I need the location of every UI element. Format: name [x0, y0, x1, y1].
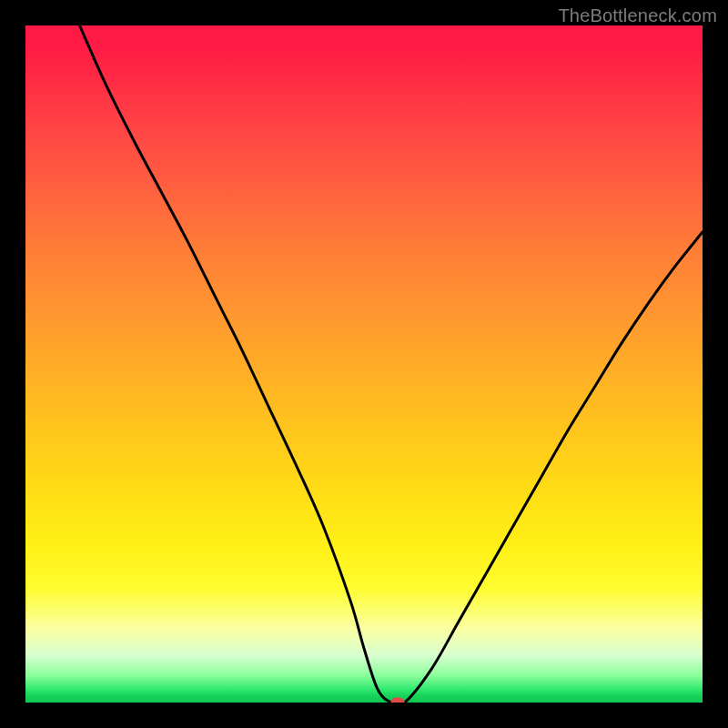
bottleneck-curve — [25, 25, 703, 703]
chart-container: TheBottleneck.com — [0, 0, 728, 728]
plot-area — [25, 25, 703, 703]
watermark-text: TheBottleneck.com — [558, 5, 717, 26]
optimal-point-marker — [391, 698, 405, 703]
